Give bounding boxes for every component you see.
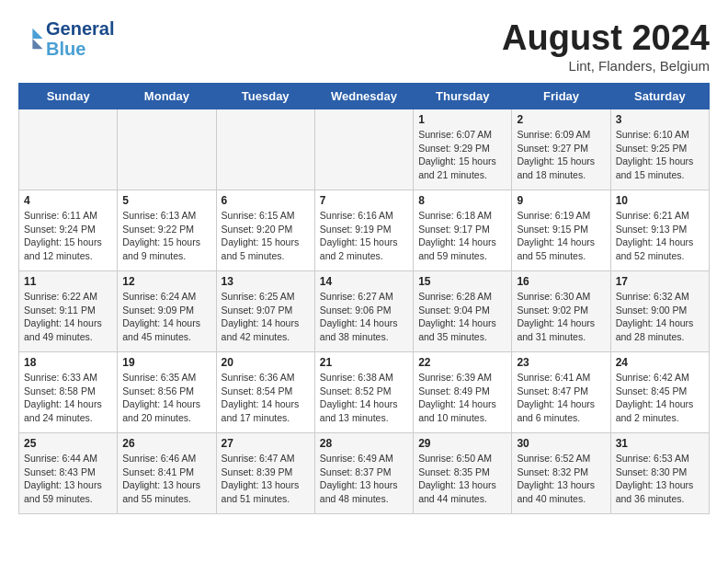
day-cell-29: 29Sunrise: 6:50 AM Sunset: 8:35 PM Dayli… [414,433,512,514]
day-number: 29 [418,437,506,450]
day-info: Sunrise: 6:18 AM Sunset: 9:17 PM Dayligh… [418,209,506,263]
day-number: 20 [222,356,310,369]
day-info: Sunrise: 6:44 AM Sunset: 8:43 PM Dayligh… [24,452,112,506]
day-cell-6: 6Sunrise: 6:15 AM Sunset: 9:20 PM Daylig… [216,190,314,271]
day-cell-10: 10Sunrise: 6:21 AM Sunset: 9:13 PM Dayli… [610,190,709,271]
day-number: 6 [222,194,310,207]
day-cell-11: 11Sunrise: 6:22 AM Sunset: 9:11 PM Dayli… [19,271,118,352]
day-info: Sunrise: 6:11 AM Sunset: 9:24 PM Dayligh… [24,209,112,263]
day-number: 26 [122,437,210,450]
day-number: 2 [517,113,605,126]
day-cell-1: 1Sunrise: 6:07 AM Sunset: 9:29 PM Daylig… [414,109,512,190]
day-info: Sunrise: 6:36 AM Sunset: 8:54 PM Dayligh… [222,371,310,425]
empty-cell [118,109,216,190]
calendar-week-4: 18Sunrise: 6:33 AM Sunset: 8:58 PM Dayli… [19,352,710,433]
day-number: 31 [616,437,704,450]
day-cell-2: 2Sunrise: 6:09 AM Sunset: 9:27 PM Daylig… [512,109,610,190]
calendar-week-3: 11Sunrise: 6:22 AM Sunset: 9:11 PM Dayli… [19,271,710,352]
day-info: Sunrise: 6:52 AM Sunset: 8:32 PM Dayligh… [517,452,605,506]
day-info: Sunrise: 6:47 AM Sunset: 8:39 PM Dayligh… [222,452,310,506]
day-info: Sunrise: 6:41 AM Sunset: 8:47 PM Dayligh… [517,371,605,425]
day-cell-23: 23Sunrise: 6:41 AM Sunset: 8:47 PM Dayli… [512,352,610,433]
day-number: 15 [418,275,506,288]
title-block: August 2024 Lint, Flanders, Belgium [502,18,710,74]
day-cell-8: 8Sunrise: 6:18 AM Sunset: 9:17 PM Daylig… [414,190,512,271]
svg-marker-0 [32,29,42,39]
day-number: 12 [122,275,210,288]
day-cell-15: 15Sunrise: 6:28 AM Sunset: 9:04 PM Dayli… [414,271,512,352]
day-cell-24: 24Sunrise: 6:42 AM Sunset: 8:45 PM Dayli… [610,352,709,433]
day-number: 11 [24,275,112,288]
empty-cell [19,109,118,190]
day-info: Sunrise: 6:32 AM Sunset: 9:00 PM Dayligh… [616,290,704,344]
day-header-wednesday: Wednesday [314,84,413,109]
day-number: 14 [320,275,408,288]
day-info: Sunrise: 6:42 AM Sunset: 8:45 PM Dayligh… [616,371,704,425]
calendar-table: SundayMondayTuesdayWednesdayThursdayFrid… [18,83,710,514]
day-info: Sunrise: 6:49 AM Sunset: 8:37 PM Dayligh… [320,452,408,506]
day-cell-28: 28Sunrise: 6:49 AM Sunset: 8:37 PM Dayli… [314,433,413,514]
logo-icon [18,26,44,52]
day-cell-31: 31Sunrise: 6:53 AM Sunset: 8:30 PM Dayli… [610,433,709,514]
day-info: Sunrise: 6:13 AM Sunset: 9:22 PM Dayligh… [122,209,210,263]
day-cell-9: 9Sunrise: 6:19 AM Sunset: 9:15 PM Daylig… [512,190,610,271]
day-info: Sunrise: 6:39 AM Sunset: 8:49 PM Dayligh… [418,371,506,425]
day-info: Sunrise: 6:30 AM Sunset: 9:02 PM Dayligh… [517,290,605,344]
day-cell-30: 30Sunrise: 6:52 AM Sunset: 8:32 PM Dayli… [512,433,610,514]
day-info: Sunrise: 6:33 AM Sunset: 8:58 PM Dayligh… [24,371,112,425]
day-info: Sunrise: 6:50 AM Sunset: 8:35 PM Dayligh… [418,452,506,506]
day-info: Sunrise: 6:24 AM Sunset: 9:09 PM Dayligh… [122,290,210,344]
day-cell-16: 16Sunrise: 6:30 AM Sunset: 9:02 PM Dayli… [512,271,610,352]
day-number: 30 [517,437,605,450]
day-cell-19: 19Sunrise: 6:35 AM Sunset: 8:56 PM Dayli… [118,352,216,433]
day-info: Sunrise: 6:19 AM Sunset: 9:15 PM Dayligh… [517,209,605,263]
svg-marker-1 [32,39,42,49]
empty-cell [216,109,314,190]
day-number: 1 [418,113,506,126]
day-number: 28 [320,437,408,450]
empty-cell [314,109,413,190]
day-number: 27 [222,437,310,450]
day-cell-4: 4Sunrise: 6:11 AM Sunset: 9:24 PM Daylig… [19,190,118,271]
calendar-header-row: SundayMondayTuesdayWednesdayThursdayFrid… [19,84,710,109]
day-number: 5 [122,194,210,207]
day-header-monday: Monday [118,84,216,109]
page-header: General Blue August 2024 Lint, Flanders,… [18,18,710,74]
day-header-saturday: Saturday [610,84,709,109]
logo: General Blue [18,18,114,59]
day-info: Sunrise: 6:15 AM Sunset: 9:20 PM Dayligh… [222,209,310,263]
calendar-week-5: 25Sunrise: 6:44 AM Sunset: 8:43 PM Dayli… [19,433,710,514]
day-cell-21: 21Sunrise: 6:38 AM Sunset: 8:52 PM Dayli… [314,352,413,433]
day-info: Sunrise: 6:22 AM Sunset: 9:11 PM Dayligh… [24,290,112,344]
day-cell-14: 14Sunrise: 6:27 AM Sunset: 9:06 PM Dayli… [314,271,413,352]
day-info: Sunrise: 6:09 AM Sunset: 9:27 PM Dayligh… [517,128,605,182]
day-header-sunday: Sunday [19,84,118,109]
day-info: Sunrise: 6:07 AM Sunset: 9:29 PM Dayligh… [418,128,506,182]
day-cell-18: 18Sunrise: 6:33 AM Sunset: 8:58 PM Dayli… [19,352,118,433]
day-cell-5: 5Sunrise: 6:13 AM Sunset: 9:22 PM Daylig… [118,190,216,271]
day-number: 13 [222,275,310,288]
day-info: Sunrise: 6:38 AM Sunset: 8:52 PM Dayligh… [320,371,408,425]
day-number: 7 [320,194,408,207]
day-info: Sunrise: 6:21 AM Sunset: 9:13 PM Dayligh… [616,209,704,263]
day-cell-17: 17Sunrise: 6:32 AM Sunset: 9:00 PM Dayli… [610,271,709,352]
day-header-thursday: Thursday [414,84,512,109]
day-info: Sunrise: 6:28 AM Sunset: 9:04 PM Dayligh… [418,290,506,344]
day-number: 8 [418,194,506,207]
day-number: 21 [320,356,408,369]
day-cell-20: 20Sunrise: 6:36 AM Sunset: 8:54 PM Dayli… [216,352,314,433]
day-header-tuesday: Tuesday [216,84,314,109]
day-number: 22 [418,356,506,369]
day-cell-25: 25Sunrise: 6:44 AM Sunset: 8:43 PM Dayli… [19,433,118,514]
day-number: 23 [517,356,605,369]
day-info: Sunrise: 6:10 AM Sunset: 9:25 PM Dayligh… [616,128,704,182]
month-title: August 2024 [502,18,710,58]
day-cell-13: 13Sunrise: 6:25 AM Sunset: 9:07 PM Dayli… [216,271,314,352]
day-info: Sunrise: 6:25 AM Sunset: 9:07 PM Dayligh… [222,290,310,344]
day-info: Sunrise: 6:53 AM Sunset: 8:30 PM Dayligh… [616,452,704,506]
day-number: 17 [616,275,704,288]
day-number: 25 [24,437,112,450]
day-cell-7: 7Sunrise: 6:16 AM Sunset: 9:19 PM Daylig… [314,190,413,271]
day-number: 16 [517,275,605,288]
day-cell-22: 22Sunrise: 6:39 AM Sunset: 8:49 PM Dayli… [414,352,512,433]
